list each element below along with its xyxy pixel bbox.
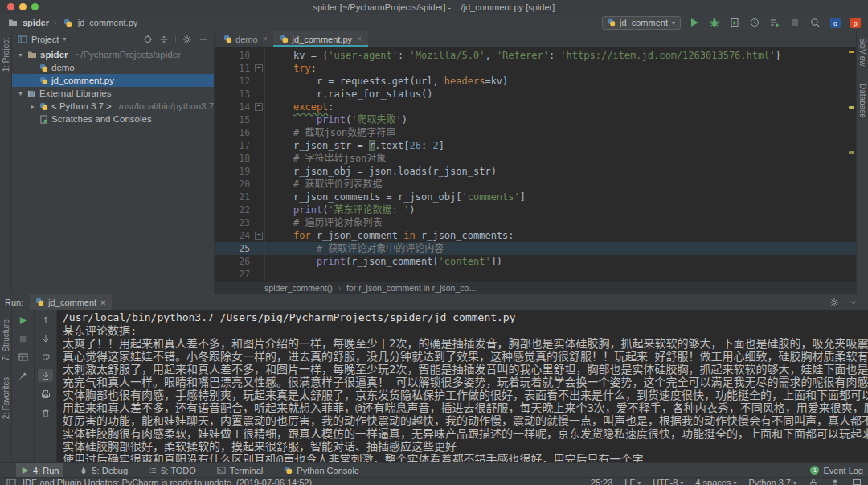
error-stripe-mark[interactable] — [849, 106, 854, 109]
code-text[interactable]: try: — [264, 62, 856, 75]
stop-button[interactable] — [15, 332, 31, 345]
debug-button[interactable] — [708, 17, 721, 28]
hector-inspections-icon[interactable] — [830, 478, 840, 485]
up-arrow-icon[interactable] — [38, 314, 53, 327]
toolwindow-run[interactable]: 4: Run — [16, 463, 63, 477]
toolwindow-python-console[interactable]: Python Console — [279, 463, 364, 477]
toolwindow-todo[interactable]: 6: TODO — [144, 463, 201, 477]
scroll-to-end-icon[interactable] — [38, 369, 53, 382]
code-editor[interactable]: 10 kv = {'user-agent': 'Mozilla/5.0', 'R… — [215, 47, 856, 282]
code-text[interactable]: except: — [264, 101, 856, 113]
error-stripe-mark[interactable] — [849, 51, 854, 53]
code-text[interactable]: # 获取评论对象中的评论内容 — [264, 242, 856, 255]
interpreter-select[interactable]: Python 3.7▾ — [748, 478, 796, 485]
tool-strip-favorites[interactable]: 2: Favorites — [2, 377, 10, 419]
profiler-button[interactable] — [748, 17, 761, 28]
error-stripe-mark[interactable] — [849, 151, 854, 154]
code-text[interactable]: print('爬取失败') — [264, 113, 856, 126]
tool-strip-database[interactable]: Database — [858, 84, 867, 118]
run-button[interactable] — [688, 17, 701, 28]
soft-wrap-icon[interactable] — [38, 351, 53, 364]
fold-marker-icon[interactable]: − — [253, 232, 264, 240]
tool-strip-project[interactable]: 1: Project — [2, 38, 10, 72]
breadcrumb-project[interactable]: spider — [23, 18, 49, 27]
chevron-down-icon[interactable]: ▾ — [63, 35, 66, 43]
search-everywhere-icon[interactable] — [809, 17, 821, 28]
line-number[interactable]: 16 — [215, 126, 253, 139]
code-text[interactable]: # 截取json数据字符串 — [264, 126, 856, 139]
code-line-18[interactable]: 18 # 字符串转json对象 — [215, 152, 856, 165]
code-text[interactable]: # 遍历评论对象列表 — [264, 216, 856, 229]
line-number[interactable]: 24 — [215, 229, 253, 242]
event-log-button[interactable]: 1 Event Log — [810, 466, 863, 475]
tree-item-python-3-7[interactable]: ▸< Python 3.7 >/usr/local/bin/python3.7 — [12, 100, 214, 113]
collapse-all-icon[interactable] — [159, 35, 169, 44]
code-line-19[interactable]: 19 r_json_obj = json.loads(r_json_str) — [215, 165, 856, 178]
run-tab[interactable]: jd_comment × — [30, 294, 111, 310]
down-arrow-icon[interactable] — [38, 332, 53, 345]
code-line-25[interactable]: 25 # 获取评论对象中的评论内容 — [215, 242, 856, 255]
tab-demo[interactable]: demo × — [217, 31, 273, 47]
hide-panel-icon[interactable] — [199, 35, 208, 44]
code-line-12[interactable]: 12 r = requests.get(url, headers=kv) — [215, 75, 856, 88]
code-line-26[interactable]: 26 print(r_json_comment['content']) — [215, 255, 856, 268]
close-icon[interactable]: × — [357, 35, 362, 43]
run-anything-button[interactable] — [768, 17, 781, 28]
line-number[interactable]: 22 — [215, 203, 253, 216]
breadcrumb-loop[interactable]: for r_json_comment in r_json_co... — [346, 283, 476, 293]
locate-icon[interactable] — [143, 35, 153, 44]
run-with-coverage-button[interactable] — [728, 17, 741, 28]
tree-item-scratches-and-consoles[interactable]: Scratches and Consoles — [12, 113, 214, 125]
tab-jd-comment[interactable]: jd_comment.py × — [273, 31, 367, 47]
toolwindow-terminal[interactable]: Terminal — [212, 463, 268, 477]
encoding-select[interactable]: UTF-8▾ — [653, 478, 683, 485]
lock-icon[interactable] — [809, 478, 818, 485]
expanded-arrow-icon[interactable]: ▾ — [17, 51, 24, 59]
app-icon-outlook[interactable]: o — [829, 17, 841, 28]
run-console[interactable]: /usr/local/bin/python3.7 /Users/pig/Pych… — [57, 310, 868, 462]
code-line-23[interactable]: 23 # 遍历评论对象列表 — [215, 216, 856, 229]
restore-layout-icon[interactable] — [15, 351, 31, 364]
code-text[interactable]: r = requests.get(url, headers=kv) — [264, 75, 856, 88]
tool-window-switcher-icon[interactable] — [6, 478, 16, 485]
line-number[interactable]: 12 — [215, 75, 253, 88]
line-number[interactable]: 21 — [215, 191, 253, 203]
project-panel-title[interactable]: Project — [31, 35, 59, 44]
gear-icon[interactable] — [182, 35, 192, 44]
app-icon-powerpoint[interactable]: p — [849, 17, 862, 28]
gear-icon[interactable] — [829, 298, 839, 307]
expanded-arrow-icon[interactable]: ▾ — [17, 90, 24, 97]
zoom-window-button[interactable] — [31, 3, 39, 10]
screen-share-icon[interactable] — [852, 478, 862, 485]
close-window-button[interactable] — [7, 3, 14, 10]
code-text[interactable]: print(r_json_comment['content']) — [264, 255, 856, 268]
tree-item-spider[interactable]: ▾spider~/PycharmProjects/spider — [12, 48, 214, 61]
fold-marker-icon[interactable]: − — [253, 103, 264, 111]
code-text[interactable] — [264, 268, 856, 281]
code-text[interactable]: r_json_comments = r_json_obj['comments'] — [264, 191, 856, 203]
code-line-22[interactable]: 22 print('某东评论数据: ') — [215, 203, 856, 216]
code-text[interactable]: r_json_str = r.text[26:-2] — [264, 139, 856, 152]
stop-button[interactable] — [788, 17, 801, 28]
code-line-27[interactable]: 27 — [215, 268, 856, 281]
pin-icon[interactable] — [15, 369, 31, 382]
close-icon[interactable]: × — [100, 298, 105, 307]
code-text[interactable]: print('某东评论数据: ') — [264, 203, 856, 216]
code-text[interactable]: # 字符串转json对象 — [264, 152, 856, 165]
code-line-20[interactable]: 20 # 获取评价列表数据 — [215, 178, 856, 191]
line-number[interactable]: 18 — [215, 152, 253, 165]
indent-select[interactable]: 4 spaces▾ — [695, 478, 736, 485]
line-number[interactable]: 10 — [215, 49, 253, 62]
breadcrumb-file[interactable]: jd_comment.py — [78, 18, 138, 27]
code-line-16[interactable]: 16 # 截取json数据字符串 — [215, 126, 856, 139]
code-text[interactable]: # 获取评价列表数据 — [264, 178, 856, 191]
line-number[interactable]: 20 — [215, 178, 253, 191]
code-text[interactable]: r.raise_for_status() — [264, 88, 856, 101]
line-number[interactable]: 23 — [215, 216, 253, 229]
code-text[interactable]: for r_json_comment in r_json_comments: — [264, 229, 856, 242]
fold-marker-icon[interactable]: − — [253, 64, 264, 72]
run-configuration-select[interactable]: jd_comment ▾ — [602, 16, 681, 30]
caret-position[interactable]: 25:23 — [591, 478, 613, 485]
tool-strip-structure[interactable]: 7: Structure — [2, 319, 10, 361]
line-number[interactable]: 25 — [215, 242, 253, 255]
